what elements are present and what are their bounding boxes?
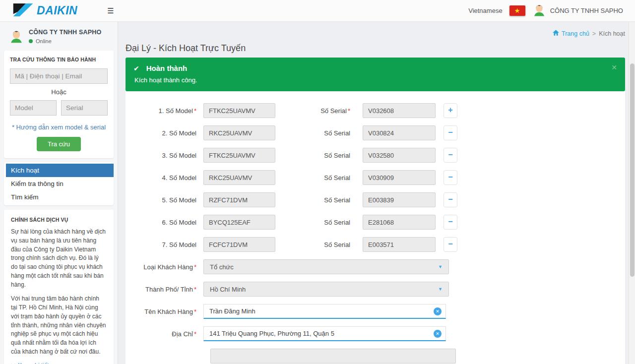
sidebar-item-kich-hoat[interactable]: Kích hoạt xyxy=(4,164,114,177)
serial-label: Số Serial* xyxy=(275,107,363,115)
activation-form: 1. Số Model* Số Serial* + 2. Số Model Số… xyxy=(126,91,625,364)
next-field-partial[interactable] xyxy=(210,349,456,364)
serial-input[interactable] xyxy=(363,192,436,207)
header-company-name: CÔNG TY TNHH SAPHO xyxy=(550,7,623,14)
serial-input[interactable] xyxy=(363,103,436,118)
model-input[interactable] xyxy=(203,125,275,140)
device-row: 6. Số Model Số Serial − xyxy=(126,215,625,230)
lookup-model-input[interactable] xyxy=(10,100,57,116)
sidebar-item-kiem-tra-thong-tin[interactable]: Kiểm tra thông tin xyxy=(4,177,114,190)
top-header: DAIKIN ☰ Vietnamese ★ CÔNG TY TNHH SAPHO xyxy=(0,0,635,22)
model-label: 2. Số Model xyxy=(126,129,203,137)
customer-type-label: Loại Khách Hàng* xyxy=(126,263,203,271)
city-select[interactable]: Hồ Chí Minh ▼ xyxy=(203,282,449,297)
vietnam-flag-icon[interactable]: ★ xyxy=(509,5,525,16)
online-status-label: Online xyxy=(36,38,52,44)
daikin-logo-icon xyxy=(12,2,36,19)
policy-paragraph: Với hai trung tâm bảo hành chính tại TP.… xyxy=(11,295,107,356)
model-input[interactable] xyxy=(203,103,275,118)
device-row: 1. Số Model* Số Serial* + xyxy=(126,103,625,118)
home-icon xyxy=(553,30,559,37)
device-row: 7. Số Model Số Serial − xyxy=(126,237,625,252)
policy-detail-link[interactable]: >>Xem chi tiết xyxy=(11,362,107,364)
model-serial-guide-link[interactable]: * Hướng dẫn xem model & serial xyxy=(10,123,108,131)
lookup-submit-button[interactable]: Tra cứu xyxy=(37,137,81,151)
breadcrumb-current: Kích hoạt xyxy=(599,30,625,37)
serial-label: Số Serial xyxy=(275,241,363,248)
customer-name-input[interactable] xyxy=(203,304,446,319)
page-title: Đại Lý - Kích Hoạt Trực Tuyến xyxy=(126,43,625,54)
sidebar-item-tim-kiem[interactable]: Tìm kiếm xyxy=(4,190,114,204)
device-row: 3. Số Model Số Serial − xyxy=(126,148,625,163)
city-row: Thành Phố/ Tỉnh* Hồ Chí Minh ▼ xyxy=(126,282,625,297)
breadcrumb-separator: > xyxy=(592,30,596,37)
check-icon: ✔ xyxy=(133,64,139,72)
language-label: Vietnamese xyxy=(468,7,502,14)
serial-input[interactable] xyxy=(363,148,436,163)
model-label: 6. Số Model xyxy=(126,219,203,226)
main-content: Trang chủ > Kích hoạt Đại Lý - Kích Hoạt… xyxy=(118,22,635,364)
serial-input[interactable] xyxy=(363,237,436,252)
policy-card-title: CHÍNH SÁCH DỊCH VỤ xyxy=(11,217,107,223)
address-input[interactable] xyxy=(203,326,446,341)
chevron-down-icon: ▼ xyxy=(438,264,443,269)
serial-input[interactable] xyxy=(363,170,436,185)
serial-input[interactable] xyxy=(363,125,436,140)
serial-label: Số Serial xyxy=(275,174,363,182)
user-avatar-icon xyxy=(9,29,24,46)
alert-close-icon[interactable]: ✕ xyxy=(611,63,617,71)
header-user-menu[interactable]: CÔNG TY TNHH SAPHO xyxy=(532,3,623,19)
online-status-dot xyxy=(29,39,33,43)
clear-field-icon[interactable]: ✕ xyxy=(434,330,442,338)
model-input[interactable] xyxy=(203,192,275,207)
service-policy-card: CHÍNH SÁCH DỊCH VỤ Sự hài lòng của khách… xyxy=(4,210,114,364)
address-label: Địa Chỉ* xyxy=(126,330,203,338)
serial-label: Số Serial xyxy=(275,196,363,204)
model-input[interactable] xyxy=(203,170,275,185)
breadcrumb-home-link[interactable]: Trang chủ xyxy=(553,30,589,37)
success-alert: ✔ Hoàn thành Kích hoạt thành công. ✕ xyxy=(126,58,625,91)
remove-row-button[interactable]: − xyxy=(444,192,457,207)
remove-row-button[interactable]: − xyxy=(444,237,457,252)
remove-row-button[interactable]: − xyxy=(444,125,457,140)
serial-label: Số Serial xyxy=(275,129,363,137)
model-input[interactable] xyxy=(203,237,275,252)
scrollbar-thumb[interactable] xyxy=(630,63,635,277)
page-scrollbar xyxy=(629,22,635,364)
address-row: Địa Chỉ* ✕ xyxy=(126,326,625,341)
chevron-down-icon: ▼ xyxy=(438,287,443,292)
remove-row-button[interactable]: − xyxy=(444,215,457,230)
warranty-lookup-card: TRA CỨU THÔNG TIN BẢO HÀNH Hoặc * Hướng … xyxy=(4,51,114,158)
model-label: 3. Số Model xyxy=(126,152,203,159)
sidebar-user-panel: CÔNG TY TNHH SAPHO Online xyxy=(4,26,114,51)
city-label: Thành Phố/ Tỉnh* xyxy=(126,286,203,293)
hamburger-menu-icon[interactable]: ☰ xyxy=(107,6,114,15)
customer-name-label: Tên Khách Hàng* xyxy=(126,308,203,315)
or-separator: Hoặc xyxy=(10,88,108,96)
policy-paragraph: Sự hài lòng của khách hàng về dịch vụ sa… xyxy=(11,228,107,289)
model-input[interactable] xyxy=(203,215,275,230)
remove-row-button[interactable]: − xyxy=(444,148,457,163)
user-avatar-icon xyxy=(532,3,546,19)
breadcrumb: Trang chủ > Kích hoạt xyxy=(126,22,625,37)
customer-name-row: Tên Khách Hàng* ✕ xyxy=(126,304,625,319)
alert-message: Kích hoạt thành công. xyxy=(134,76,617,84)
add-row-button[interactable]: + xyxy=(444,103,457,118)
clear-field-icon[interactable]: ✕ xyxy=(434,307,442,315)
lookup-serial-input[interactable] xyxy=(61,100,108,116)
lookup-combo-input[interactable] xyxy=(10,68,108,84)
customer-type-row: Loại Khách Hàng* Tổ chức ▼ xyxy=(126,259,625,274)
daikin-logo[interactable]: DAIKIN xyxy=(12,2,77,19)
sidebar-nav: Kích hoạt Kiểm tra thông tin Tìm kiếm xyxy=(4,162,114,205)
device-row: 2. Số Model Số Serial − xyxy=(126,125,625,140)
remove-row-button[interactable]: − xyxy=(444,170,457,185)
customer-type-select[interactable]: Tổ chức ▼ xyxy=(203,259,449,274)
serial-label: Số Serial xyxy=(275,219,363,226)
alert-title: Hoàn thành xyxy=(146,64,188,72)
lookup-card-title: TRA CỨU THÔNG TIN BẢO HÀNH xyxy=(10,57,108,62)
model-input[interactable] xyxy=(203,148,275,163)
device-row: 4. Số Model Số Serial − xyxy=(126,170,625,185)
device-row: 5. Số Model Số Serial − xyxy=(126,192,625,207)
activation-panel: ✔ Hoàn thành Kích hoạt thành công. ✕ 1. … xyxy=(126,58,625,364)
serial-input[interactable] xyxy=(363,215,436,230)
